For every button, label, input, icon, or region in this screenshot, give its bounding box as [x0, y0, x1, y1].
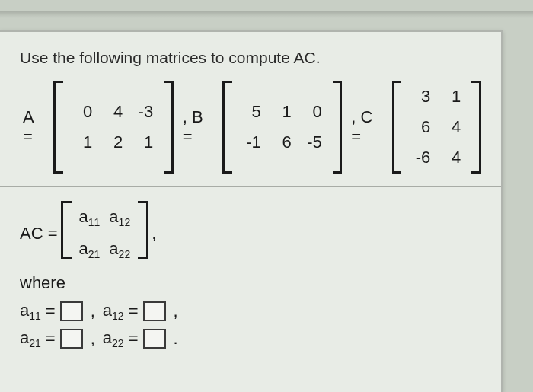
- prompt-text: Use the following matrices to compute AC…: [20, 49, 481, 67]
- symbolic-cell: a21: [79, 239, 101, 260]
- var-a12: a12: [103, 301, 124, 322]
- separator: ,: [91, 301, 95, 321]
- result-matrix: a11 a12 a21 a22: [75, 201, 136, 267]
- matrix-cell: -6: [412, 148, 430, 167]
- matrix-cell: 0: [74, 102, 92, 122]
- matrix-definitions: A = 0 4 -3 1 2 1 , B = 5: [20, 81, 481, 174]
- input-a12[interactable]: [143, 301, 166, 321]
- matrix-A-label: A =: [23, 107, 44, 147]
- bracket-left-icon: [392, 81, 402, 174]
- fill-row-2: a21 = , a22 = .: [20, 328, 481, 349]
- fill-row-1: a11 = , a12 = ,: [20, 301, 481, 322]
- matrix-cell: -1: [243, 132, 261, 152]
- equals-sign: =: [129, 329, 139, 349]
- input-a22[interactable]: [143, 329, 166, 349]
- var-a22: a22: [103, 328, 124, 349]
- matrix-cell: 1: [442, 87, 461, 107]
- bracket-right-icon: [333, 81, 343, 174]
- matrix-cell: -5: [304, 132, 322, 152]
- bracket-left-icon: [61, 201, 72, 259]
- result-label: AC =: [20, 224, 58, 244]
- separator: .: [174, 329, 178, 349]
- separator: ,: [174, 301, 178, 321]
- matrix-cell: 4: [104, 102, 123, 122]
- var-a21: a21: [20, 328, 41, 349]
- matrix-cell: 3: [412, 87, 430, 107]
- symbolic-cell: a22: [109, 239, 130, 260]
- equals-sign: =: [46, 329, 56, 349]
- where-label: where: [20, 273, 481, 293]
- matrix-cell: 1: [74, 132, 92, 152]
- matrix-cell: 5: [243, 102, 261, 122]
- symbolic-cell: a12: [109, 207, 130, 228]
- equals-sign: =: [129, 301, 139, 321]
- matrix-cell: 6: [412, 117, 430, 137]
- matrix-B-label: , B =: [183, 107, 213, 147]
- symbolic-cell: a11: [79, 207, 101, 228]
- matrix-cell: 2: [104, 132, 123, 152]
- matrix-cell: 0: [304, 102, 322, 122]
- equals-sign: =: [46, 301, 56, 321]
- bracket-right-icon: [471, 81, 481, 174]
- answer-area: AC = a11 a12 a21 a22 , where a11 = , a12: [0, 187, 501, 370]
- trailing-comma: ,: [152, 224, 156, 244]
- matrix-C-label: , C =: [351, 107, 382, 147]
- input-a21[interactable]: [60, 329, 83, 349]
- bracket-right-icon: [138, 201, 148, 259]
- matrix-A: 0 4 -3 1 2 1: [69, 96, 158, 158]
- matrix-cell: 1: [135, 132, 153, 152]
- bracket-left-icon: [222, 81, 232, 174]
- matrix-cell: 6: [273, 132, 292, 152]
- result-matrix-line: AC = a11 a12 a21 a22 ,: [20, 201, 481, 267]
- matrix-cell: 4: [442, 148, 461, 167]
- bracket-left-icon: [53, 81, 63, 174]
- bracket-right-icon: [164, 81, 174, 174]
- matrix-B: 5 1 0 -1 6 -5: [238, 96, 327, 158]
- matrix-cell: 4: [442, 117, 461, 137]
- input-a11[interactable]: [60, 301, 83, 321]
- prompt-area: Use the following matrices to compute AC…: [0, 32, 501, 187]
- question-panel: Use the following matrices to compute AC…: [0, 30, 503, 392]
- matrix-cell: 1: [273, 102, 292, 122]
- matrix-cell: -3: [135, 102, 153, 122]
- separator: ,: [91, 329, 95, 349]
- matrix-C: 3 1 6 4 -6 4: [407, 81, 465, 174]
- var-a11: a11: [20, 301, 41, 322]
